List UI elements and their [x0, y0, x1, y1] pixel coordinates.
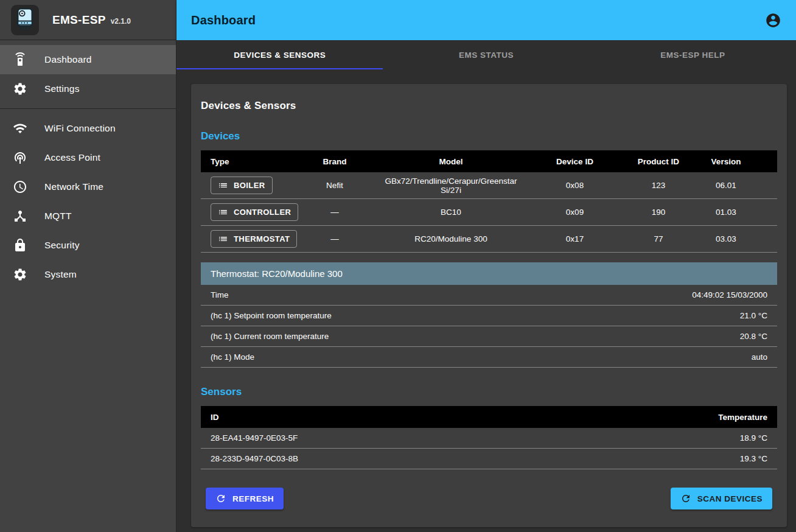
settings-remote-icon	[13, 52, 27, 67]
detail-row-setpoint-temp: (hc 1) Setpoint room temperature 21.0 °C	[201, 306, 777, 326]
detail-label: (hc 1) Current room temperature	[211, 332, 329, 341]
lock-icon	[13, 238, 27, 253]
sidebar-header: EMS-ESP v2.1.0	[0, 0, 176, 40]
sidebar-item-network-time[interactable]: Network Time	[0, 172, 176, 201]
device-id: 0x09	[525, 208, 625, 217]
sidebar-item-security[interactable]: Security	[0, 231, 176, 260]
content-area: Devices & Sensors Devices Type Brand Mod…	[176, 69, 796, 532]
page-title: Dashboard	[191, 13, 256, 27]
devices-heading: Devices	[201, 130, 777, 142]
actions-row: REFRESH SCAN DEVICES	[201, 488, 777, 509]
sensor-temperature: 18.9 °C	[740, 433, 767, 443]
sensors-heading: Sensors	[201, 386, 777, 398]
detail-value: 21.0 °C	[740, 311, 767, 320]
app-version: v2.1.0	[111, 17, 131, 26]
device-version: 06.01	[692, 181, 777, 190]
device-brand: Nefit	[292, 181, 377, 190]
list-icon	[218, 180, 228, 191]
column-header-device-id: Device ID	[525, 157, 625, 166]
devices-sensors-card: Devices & Sensors Devices Type Brand Mod…	[191, 84, 787, 527]
clock-icon	[13, 180, 27, 194]
sidebar-item-label: Security	[44, 240, 80, 251]
tab-bar: DEVICES & SENSORS EMS STATUS EMS-ESP HEL…	[176, 40, 796, 69]
column-header-version: Version	[692, 157, 777, 166]
refresh-icon	[215, 493, 226, 504]
device-brand: —	[292, 234, 377, 243]
sensor-id: 28-233D-9497-0C03-8B	[211, 454, 298, 463]
column-header-brand: Brand	[292, 157, 377, 166]
device-id: 0x17	[525, 234, 625, 243]
thermostat-device-button[interactable]: THERMOSTAT	[211, 230, 297, 248]
device-product-id: 123	[625, 181, 692, 190]
device-type-label: CONTROLLER	[234, 208, 291, 217]
boiler-device-button[interactable]: BOILER	[211, 177, 273, 194]
sidebar-item-settings[interactable]: Settings	[0, 74, 176, 103]
device-detail-header: Thermostat: RC20/Moduline 300	[201, 262, 777, 285]
card-title: Devices & Sensors	[201, 100, 777, 112]
account-circle-icon	[765, 12, 781, 29]
detail-row-mode: (hc 1) Mode auto	[201, 347, 777, 368]
tab-devices-sensors[interactable]: DEVICES & SENSORS	[176, 40, 383, 69]
devices-table-header: Type Brand Model Device ID Product ID Ve…	[201, 150, 777, 172]
sidebar-item-label: Network Time	[44, 181, 103, 192]
device-model: BC10	[377, 208, 525, 217]
sidebar-item-label: Dashboard	[44, 54, 92, 65]
sidebar-item-label: Access Point	[44, 152, 100, 163]
devices-table: Type Brand Model Device ID Product ID Ve…	[201, 150, 777, 253]
boiler-logo-icon	[11, 5, 39, 35]
device-row-thermostat: THERMOSTAT — RC20/Moduline 300 0x17 77 0…	[201, 226, 777, 253]
main-area: Dashboard DEVICES & SENSORS EMS STATUS E…	[176, 0, 796, 532]
device-hub-icon	[13, 209, 27, 223]
sidebar-item-system[interactable]: System	[0, 260, 176, 289]
sensor-row: 28-233D-9497-0C03-8B 19.3 °C	[201, 449, 777, 469]
sensors-table: ID Temperature 28-EA41-9497-0E03-5F 18.9…	[201, 406, 777, 469]
app-name: EMS-ESP	[52, 13, 106, 27]
gear-icon	[13, 267, 27, 282]
device-product-id: 190	[625, 208, 692, 217]
device-model: RC20/Moduline 300	[377, 234, 525, 243]
sidebar-item-label: MQTT	[44, 211, 72, 222]
device-row-boiler: BOILER Nefit GBx72/Trendline/Cerapur/Gre…	[201, 172, 777, 199]
wifi-tethering-icon	[13, 150, 27, 165]
controller-device-button[interactable]: CONTROLLER	[211, 203, 298, 221]
sensor-id: 28-EA41-9497-0E03-5F	[211, 433, 298, 443]
sidebar-item-label: System	[44, 269, 77, 280]
sidebar-item-mqtt[interactable]: MQTT	[0, 201, 176, 231]
sidebar-item-dashboard[interactable]: Dashboard	[0, 45, 176, 74]
tab-ems-status[interactable]: EMS STATUS	[383, 40, 589, 69]
sensor-temperature: 19.3 °C	[740, 454, 767, 463]
tab-ems-esp-help[interactable]: EMS-ESP HELP	[590, 40, 796, 69]
sidebar-item-wifi-connection[interactable]: WiFi Connection	[0, 114, 176, 143]
list-icon	[218, 207, 228, 217]
list-icon	[218, 234, 228, 244]
device-product-id: 77	[625, 234, 692, 243]
wifi-icon	[13, 121, 27, 136]
detail-label: (hc 1) Setpoint room temperature	[211, 311, 332, 320]
refresh-icon	[680, 493, 691, 504]
detail-label: (hc 1) Mode	[211, 352, 254, 362]
refresh-button-label: REFRESH	[232, 494, 274, 503]
sidebar: EMS-ESP v2.1.0 Dashboard Settings WiFi C…	[0, 0, 176, 532]
account-button[interactable]	[761, 8, 785, 32]
column-header-temperature: Temperature	[718, 413, 767, 422]
sidebar-divider	[0, 108, 176, 109]
sidebar-item-label: Settings	[44, 83, 80, 94]
sidebar-item-access-point[interactable]: Access Point	[0, 143, 176, 172]
refresh-button[interactable]: REFRESH	[206, 488, 284, 509]
sensor-row: 28-EA41-9497-0E03-5F 18.9 °C	[201, 428, 777, 449]
gear-icon	[13, 82, 27, 96]
sensors-table-header: ID Temperature	[201, 406, 777, 428]
column-header-model: Model	[377, 157, 525, 166]
detail-label: Time	[211, 290, 229, 299]
device-type-label: BOILER	[234, 181, 265, 190]
device-type-label: THERMOSTAT	[234, 234, 290, 243]
sidebar-item-label: WiFi Connection	[44, 123, 116, 134]
detail-value: auto	[752, 352, 767, 362]
column-header-product-id: Product ID	[625, 157, 692, 166]
scan-devices-button[interactable]: SCAN DEVICES	[671, 488, 772, 509]
device-version: 03.03	[692, 234, 777, 243]
device-brand: —	[292, 208, 377, 217]
scan-devices-button-label: SCAN DEVICES	[697, 494, 763, 503]
device-version: 01.03	[692, 208, 777, 217]
column-header-id: ID	[211, 413, 219, 422]
